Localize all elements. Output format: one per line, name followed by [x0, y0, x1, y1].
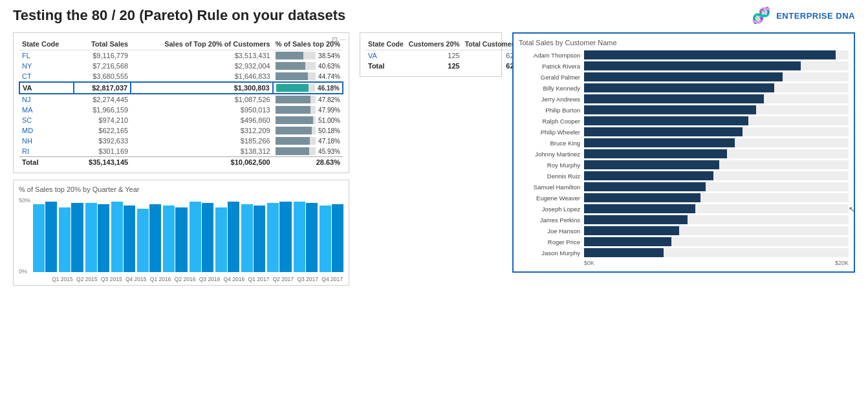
bar-item[interactable]	[306, 203, 318, 272]
table-row[interactable]: MA $1,966,159 $950,013 47.99%	[19, 105, 343, 115]
horiz-bar-row[interactable]: Samuel Hamilton	[519, 182, 849, 191]
bar-item[interactable]	[267, 203, 279, 272]
total-sales-cell: $9,116,779	[74, 50, 131, 61]
horiz-bar-row[interactable]: Adam Thompson	[519, 50, 849, 59]
expand-icon[interactable]: ⊡	[332, 36, 338, 44]
table-row[interactable]: RI $301,169 $138,312 45.93%	[19, 146, 343, 157]
bar-item[interactable]	[320, 206, 331, 272]
cursor-icon: ↖	[849, 205, 855, 214]
horiz-bar-track	[584, 116, 849, 125]
horiz-bar-row[interactable]: Patrick Rivera	[519, 61, 849, 70]
total-sales-cell: $974,210	[74, 115, 131, 125]
horiz-bar-track	[584, 127, 849, 136]
horiz-bar-row[interactable]: Roger Price	[519, 237, 849, 246]
bar-item[interactable]	[33, 204, 45, 272]
col-state: State Code	[19, 38, 74, 50]
x-label-group: Q4 2016	[222, 276, 245, 282]
horiz-bar-row[interactable]: Jerry Andrews	[519, 94, 849, 103]
chart-area: 50% 0% Q1 2015Q2 2015Q3 2015Q4 2015Q1 20…	[19, 197, 343, 282]
middle-panel: State Code Customers 20% Total Customers…	[360, 32, 502, 77]
horiz-bar-row[interactable]: Joe Hanson	[519, 226, 849, 235]
horiz-bar-track	[584, 215, 849, 224]
bar-item[interactable]	[279, 202, 291, 272]
table-row[interactable]: NY $7,216,568 $2,932,004 40.63%	[19, 61, 343, 71]
bar-item[interactable]	[241, 204, 253, 272]
total-sales-cell: $622,165	[74, 125, 131, 136]
more-icon[interactable]: ···	[340, 36, 346, 44]
horiz-bar-fill	[584, 149, 727, 158]
bar-item[interactable]	[149, 204, 161, 272]
horiz-bar-fill	[584, 193, 700, 202]
pct-bar-cell: 45.93%	[273, 146, 343, 157]
state-cell: RI	[19, 146, 74, 157]
horiz-bar-row[interactable]: Bruce King	[519, 138, 849, 147]
bar-item[interactable]	[85, 203, 97, 272]
horiz-bar-fill	[584, 94, 764, 103]
state-cell: VA	[19, 82, 74, 94]
horiz-x-labels: $0K $20K	[519, 260, 849, 266]
table-row[interactable]: MD $622,165 $312,209 50.18%	[19, 125, 343, 136]
horiz-bar-row[interactable]: Billy Kennedy	[519, 83, 849, 92]
horiz-bar-row[interactable]: Gerald Palmer	[519, 72, 849, 81]
customer-name-label: Adam Thompson	[519, 52, 580, 59]
bar-item[interactable]	[71, 203, 83, 272]
state-cell: SC	[19, 115, 74, 125]
bar-item[interactable]	[111, 202, 123, 272]
horiz-bar-row[interactable]: Philip Burton	[519, 105, 849, 114]
col-top20-sales: Sales of Top 20% of Customers	[131, 38, 273, 50]
table-row[interactable]: CT $3,680,555 $1,646,833 44.74%	[19, 71, 343, 82]
customers-total-row: Total 125 626	[365, 61, 521, 71]
bar-item[interactable]	[202, 203, 213, 272]
table-row[interactable]: FL $9,116,779 $3,513,431 38.54%	[19, 50, 343, 61]
x-label-group: Q4 2015	[125, 276, 147, 282]
bar-item[interactable]	[175, 207, 187, 272]
bar-item[interactable]	[98, 204, 109, 272]
horiz-bar-row[interactable]: Roy Murphy	[519, 160, 849, 169]
horiz-bar-fill	[584, 171, 713, 180]
bar-group	[241, 204, 265, 272]
horiz-bar-row[interactable]: Jason Murphy	[519, 248, 849, 257]
total-label: Total	[19, 157, 74, 168]
bar-item[interactable]	[190, 202, 201, 272]
total-sales-cell: $2,817,037	[74, 82, 131, 94]
horiz-bar-fill	[584, 72, 783, 81]
horiz-bar-row[interactable]: James Perkins	[519, 215, 849, 224]
bar-item[interactable]	[254, 206, 265, 272]
bar-item[interactable]	[332, 204, 343, 272]
bar-item[interactable]	[137, 209, 149, 272]
bar-item[interactable]	[124, 206, 135, 272]
horiz-bar-fill	[584, 215, 688, 224]
bar-item[interactable]	[294, 202, 305, 272]
table-row[interactable]: NJ $2,274,445 $1,087,526 47.82%	[19, 94, 343, 105]
table-row[interactable]: SC $974,210 $496,860 51.00%	[19, 115, 343, 125]
horiz-bar-row[interactable]: Ralph Cooper	[519, 116, 849, 125]
table-row[interactable]: VA 125 626	[365, 50, 521, 61]
x-label-group: Q1 2017	[247, 276, 270, 282]
top20-sales-cell: $3,513,431	[131, 50, 273, 61]
bar-item[interactable]	[228, 202, 239, 272]
horiz-bar-row[interactable]: Philip Wheeler	[519, 127, 849, 136]
horiz-bar-fill	[584, 182, 706, 191]
table-row[interactable]: VA $2,817,037 $1,300,803 46.18%	[19, 82, 343, 94]
bar-item[interactable]	[45, 202, 57, 272]
customer-name-label: Samuel Hamilton	[519, 184, 580, 191]
horiz-bar-track	[584, 72, 849, 81]
bar-item[interactable]	[59, 207, 71, 272]
cust-col-20: Customers 20%	[406, 38, 462, 50]
table-row[interactable]: NH $392,633 $185,266 47.18%	[19, 136, 343, 146]
state-cell: FL	[19, 50, 74, 61]
total-sales-cell: $301,169	[74, 146, 131, 157]
horiz-bar-row[interactable]: Joseph Lopez ↖	[519, 204, 849, 213]
cust-20: 125	[406, 50, 462, 61]
horiz-bar-row[interactable]: Eugene Weaver	[519, 193, 849, 202]
state-cell: MD	[19, 125, 74, 136]
horiz-bar-row[interactable]: Dennis Ruiz	[519, 171, 849, 180]
bar-item[interactable]	[215, 207, 227, 272]
right-chart-title: Total Sales by Customer Name	[519, 39, 849, 47]
y-labels: 50% 0%	[19, 197, 30, 275]
horiz-bar-track	[584, 61, 849, 70]
customers-table: State Code Customers 20% Total Customers…	[365, 38, 521, 71]
horiz-bar-row[interactable]: Johnny Martinez	[519, 149, 849, 158]
customer-name-label: Dennis Ruiz	[519, 173, 580, 180]
bar-item[interactable]	[163, 206, 175, 272]
